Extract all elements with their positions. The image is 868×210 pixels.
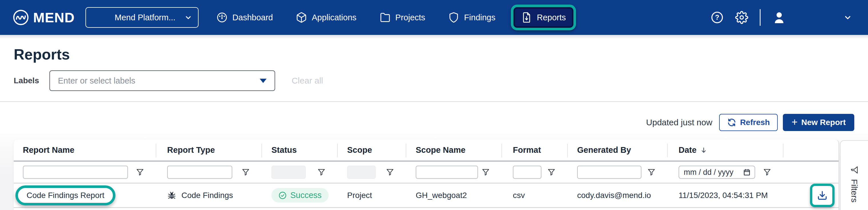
column-header-date[interactable]: Date <box>667 140 783 160</box>
column-header-scope[interactable]: Scope <box>337 140 406 160</box>
report-name-filter-input[interactable] <box>23 166 128 179</box>
dropdown-caret-icon <box>260 79 267 83</box>
actions-cell <box>783 183 839 207</box>
scope-name-filter-input[interactable] <box>416 166 478 179</box>
plus-icon: + <box>792 117 798 127</box>
funnel-icon[interactable] <box>647 168 656 177</box>
calendar-icon <box>743 168 751 176</box>
refresh-button[interactable]: Refresh <box>719 114 778 131</box>
report-type-filter-input[interactable] <box>167 166 232 179</box>
reports-table-card: Report Name Report Type Status Scope Sco… <box>14 140 839 210</box>
report-name-value[interactable]: Code Findings Report <box>27 191 104 200</box>
help-icon[interactable]: ? <box>711 11 724 24</box>
table-filter-row: mm / dd / yyyy <box>14 162 839 183</box>
nav-item-label: Dashboard <box>232 13 273 22</box>
column-header-scope-name[interactable]: Scope Name <box>406 140 501 160</box>
funnel-icon[interactable] <box>241 168 250 177</box>
table-toolbar: Updated just now Refresh + New Report <box>646 114 854 131</box>
scope-cell: Project <box>337 183 406 207</box>
mend-logo-icon <box>12 9 29 26</box>
dashboard-icon <box>216 12 228 23</box>
filter-cell-actions <box>783 162 839 183</box>
funnel-icon[interactable] <box>482 168 490 177</box>
funnel-icon[interactable] <box>386 168 394 177</box>
clear-all-link: Clear all <box>292 76 323 85</box>
filters-panel-toggle[interactable]: Filters <box>840 140 868 210</box>
filter-cell-status <box>261 162 337 183</box>
status-filter-input <box>272 166 306 179</box>
format-filter-input[interactable] <box>513 166 541 179</box>
filters-panel-label: Filters <box>849 179 859 203</box>
mend-logo[interactable]: MEND <box>12 9 74 26</box>
table-header-row: Report Name Report Type Status Scope Sco… <box>14 140 839 162</box>
date-value: 11/15/2023, 04:54:31 PM <box>679 191 768 200</box>
top-navbar: MEND Mend Platform... <box>0 0 868 35</box>
check-circle-icon <box>278 191 287 200</box>
folder-icon <box>379 12 391 23</box>
funnel-icon[interactable] <box>547 168 556 177</box>
user-avatar-icon <box>772 10 786 25</box>
labels-input[interactable] <box>58 76 260 85</box>
reports-tab-annotation: Reports <box>511 5 576 30</box>
nav-item-findings[interactable]: Findings <box>437 7 507 28</box>
scope-name-cell: GH_webgoat2 <box>406 183 501 207</box>
chevron-down-icon <box>843 13 852 22</box>
report-download-icon <box>521 12 532 23</box>
labels-select[interactable] <box>50 70 275 91</box>
filter-cell-report-name <box>14 162 156 183</box>
status-value: Success <box>290 190 322 200</box>
report-name-cell: Code Findings Report <box>14 183 156 207</box>
report-type-cell: Code Findings <box>156 183 261 207</box>
org-logo-blurred <box>87 8 111 27</box>
date-cell: 11/15/2023, 04:54:31 PM <box>667 183 783 207</box>
date-filter-input[interactable]: mm / dd / yyyy <box>679 166 755 179</box>
date-filter-placeholder: mm / dd / yyyy <box>684 168 734 177</box>
refresh-button-label: Refresh <box>740 118 770 127</box>
labels-filter-row: Labels Clear all <box>14 70 323 91</box>
nav-item-dashboard[interactable]: Dashboard <box>205 7 284 28</box>
column-header-format[interactable]: Format <box>501 140 567 160</box>
column-header-report-name[interactable]: Report Name <box>14 140 156 160</box>
funnel-icon[interactable] <box>136 168 144 177</box>
nav-item-reports[interactable]: Reports <box>514 7 574 28</box>
nav-item-projects[interactable]: Projects <box>368 7 437 28</box>
column-header-generated-by[interactable]: Generated By <box>567 140 667 160</box>
refresh-icon <box>727 118 736 127</box>
funnel-icon[interactable] <box>763 168 771 177</box>
table-row[interactable]: Code Findings Report <box>14 183 839 208</box>
user-name-blurred <box>792 9 838 25</box>
nav-item-label: Applications <box>312 13 356 22</box>
svg-text:?: ? <box>715 14 719 21</box>
new-report-button[interactable]: + New Report <box>783 114 854 131</box>
filter-cell-scope <box>337 162 406 183</box>
generated-by-filter-input[interactable] <box>577 166 642 179</box>
navbar-right-cluster: ? <box>711 9 852 26</box>
report-type-value: Code Findings <box>181 191 233 200</box>
funnel-icon[interactable] <box>317 168 326 177</box>
gear-icon[interactable] <box>735 11 748 24</box>
generated-by-cell: cody.davis@mend.io <box>567 183 667 207</box>
funnel-icon <box>850 165 859 175</box>
generated-by-value: cody.davis@mend.io <box>577 191 651 200</box>
org-selector-dropdown[interactable]: Mend Platform... <box>86 7 198 28</box>
nav-item-label: Reports <box>537 13 566 22</box>
bug-icon <box>167 191 176 200</box>
user-menu[interactable] <box>772 9 852 25</box>
filter-cell-format <box>501 162 567 183</box>
scope-value: Project <box>347 191 372 200</box>
labels-caption: Labels <box>14 76 39 85</box>
new-report-button-label: New Report <box>801 118 846 127</box>
column-header-report-type[interactable]: Report Type <box>156 140 261 160</box>
status-cell: Success <box>261 183 337 207</box>
column-header-label: Date <box>679 145 696 155</box>
cube-icon <box>296 12 307 23</box>
main-navigation: Dashboard Applications P <box>205 5 576 30</box>
filter-cell-report-type <box>156 162 261 183</box>
reports-table-section: Report Name Report Type Status Scope Sco… <box>0 133 868 210</box>
report-name-annotation: Code Findings Report <box>16 185 116 205</box>
column-header-label: Report Type <box>167 145 215 155</box>
column-header-status[interactable]: Status <box>261 140 337 160</box>
chevron-down-icon <box>184 14 192 22</box>
nav-item-applications[interactable]: Applications <box>284 7 368 28</box>
download-button[interactable] <box>813 187 831 204</box>
